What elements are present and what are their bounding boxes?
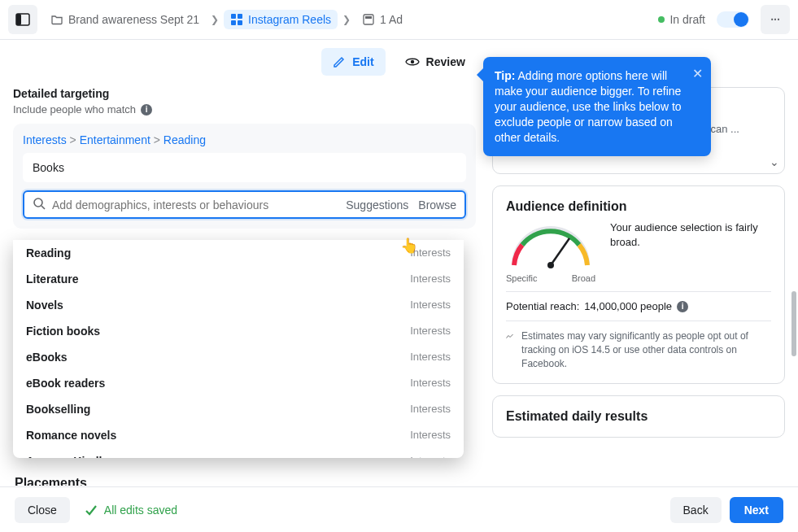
back-button[interactable]: Back	[670, 497, 722, 523]
breadcrumb-ad[interactable]: 1 Ad	[355, 10, 409, 29]
svg-point-9	[34, 198, 42, 207]
suggestion-label: eBook readers	[26, 377, 105, 390]
info-icon[interactable]: i	[141, 104, 152, 116]
tab-review[interactable]: Review	[394, 48, 477, 76]
audience-text: Your audience selection is fairly broad.	[610, 220, 771, 249]
targeting-search-input[interactable]: Suggestions Browse	[23, 190, 466, 219]
breadcrumb-campaign[interactable]: Brand awareness Sept 21	[44, 10, 206, 29]
breadcrumb-campaign-label: Brand awareness Sept 21	[68, 13, 199, 26]
section-heading-placements: Placements	[13, 464, 476, 486]
info-icon[interactable]: i	[677, 301, 688, 312]
suggestion-label: Fiction books	[26, 325, 100, 338]
path-reading[interactable]: Reading	[164, 133, 206, 146]
panel-icon	[15, 12, 30, 27]
save-status-label: All edits saved	[104, 504, 177, 517]
suggestion-item[interactable]: LiteratureInterests	[13, 266, 464, 292]
tab-review-label: Review	[426, 55, 465, 68]
close-icon[interactable]: ✕	[692, 65, 703, 83]
check-icon	[85, 504, 98, 517]
estimate-note: Estimates may vary significantly as peop…	[521, 329, 771, 370]
svg-point-14	[547, 262, 554, 268]
svg-rect-2	[231, 14, 236, 19]
save-status: All edits saved	[85, 504, 177, 517]
chevron-right-icon: ❯	[211, 14, 219, 25]
tab-edit-label: Edit	[352, 55, 373, 68]
suggestion-category: Interests	[410, 377, 451, 390]
draft-status: In draft	[658, 13, 705, 26]
suggestion-category: Interests	[410, 403, 451, 416]
suggestions-link[interactable]: Suggestions	[346, 198, 408, 211]
top-bar: Brand awareness Sept 21 ❯ Instagram Reel…	[0, 0, 798, 40]
eye-icon	[405, 55, 420, 69]
path-entertainment[interactable]: Entertainment	[80, 133, 150, 146]
draft-label: In draft	[669, 13, 705, 26]
path-sep: >	[154, 133, 160, 146]
section-heading-targeting: Detailed targeting	[13, 87, 476, 100]
svg-rect-1	[16, 14, 21, 25]
suggestion-item[interactable]: BooksellingInterests	[13, 396, 464, 422]
browse-link[interactable]: Browse	[418, 198, 456, 211]
adset-grid-icon	[230, 13, 243, 26]
interest-path: Interests > Entertainment > Reading	[23, 133, 466, 146]
publish-toggle[interactable]	[717, 11, 749, 28]
tip-tooltip: ✕ Tip: Adding more options here will mak…	[483, 57, 711, 156]
svg-rect-7	[365, 16, 372, 19]
ellipsis-icon: ···	[770, 13, 780, 26]
suggestion-label: Bookselling	[26, 403, 90, 416]
suggestion-category: Interests	[410, 429, 451, 442]
suggestion-item[interactable]: ReadingInterests	[13, 240, 464, 266]
gauge-broad-label: Broad	[572, 273, 595, 283]
include-label: Include people who match	[13, 103, 136, 116]
selected-interest-chip[interactable]: Books	[23, 153, 466, 182]
ad-icon	[362, 13, 375, 26]
audience-definition-card: Audience definition Specific Broad	[492, 185, 785, 384]
suggestion-label: Reading	[26, 246, 71, 259]
suggestion-item[interactable]: Amazon KindleInterests	[13, 448, 464, 458]
svg-rect-5	[238, 20, 242, 25]
svg-rect-6	[364, 15, 373, 24]
reach-label: Potential reach:	[506, 300, 579, 312]
suggestion-label: Novels	[26, 299, 63, 312]
more-menu-button[interactable]: ···	[761, 5, 790, 34]
suggestion-category: Interests	[410, 351, 451, 364]
chevron-down-icon[interactable]: ⌄	[770, 155, 779, 168]
estimated-daily-results-card: Estimated daily results	[492, 395, 785, 438]
next-button[interactable]: Next	[730, 497, 783, 523]
suggestion-item[interactable]: eBooksInterests	[13, 344, 464, 370]
svg-rect-4	[231, 20, 236, 25]
suggestion-item[interactable]: NovelsInterests	[13, 292, 464, 318]
tip-label: Tip:	[495, 69, 515, 82]
close-button[interactable]: Close	[15, 497, 70, 523]
targeting-search-field[interactable]	[52, 198, 339, 211]
tip-body: Adding more options here will make your …	[495, 69, 682, 144]
reach-value: 14,000,000 people	[584, 300, 672, 312]
svg-rect-3	[238, 14, 242, 19]
svg-line-10	[41, 206, 45, 209]
pencil-icon	[333, 55, 346, 68]
suggestion-item[interactable]: Fiction booksInterests	[13, 318, 464, 344]
breadcrumb: Brand awareness Sept 21 ❯ Instagram Reel…	[44, 10, 409, 29]
breadcrumb-ad-label: 1 Ad	[380, 13, 403, 26]
suggestion-label: Romance novels	[26, 429, 116, 442]
path-interests[interactable]: Interests	[23, 133, 67, 146]
gauge-icon	[506, 220, 595, 269]
breadcrumb-adset-label: Instagram Reels	[248, 13, 331, 26]
path-sep: >	[70, 133, 76, 146]
scrollbar-thumb[interactable]	[791, 291, 796, 356]
breadcrumb-adset[interactable]: Instagram Reels	[224, 10, 338, 29]
suggestion-label: eBooks	[26, 351, 68, 364]
suggestions-dropdown: ReadingInterestsLiteratureInterestsNovel…	[13, 240, 464, 458]
suggestion-label: Literature	[26, 273, 79, 286]
panel-toggle-button[interactable]	[8, 5, 37, 34]
svg-point-8	[410, 60, 413, 63]
tab-edit[interactable]: Edit	[321, 48, 385, 76]
suggestion-category: Interests	[410, 325, 451, 338]
gauge-specific-label: Specific	[506, 273, 538, 283]
svg-line-13	[551, 238, 569, 265]
suggestion-item[interactable]: eBook readersInterests	[13, 370, 464, 396]
suggestion-item[interactable]: Romance novelsInterests	[13, 422, 464, 448]
trend-icon	[506, 329, 513, 344]
chevron-right-icon: ❯	[342, 14, 351, 25]
folder-icon	[50, 13, 63, 26]
footer-bar: Close All edits saved Back Next	[0, 486, 798, 532]
